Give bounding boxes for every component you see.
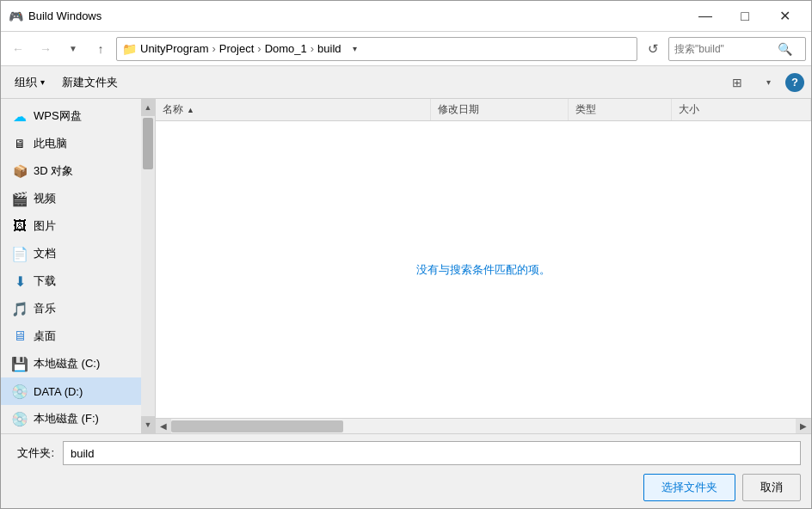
- sidebar-item-pc-label: 此电脑: [34, 136, 67, 151]
- search-box: 🔍: [668, 37, 806, 61]
- refresh-button[interactable]: ↺: [641, 37, 665, 61]
- view-dropdown-button[interactable]: ▾: [754, 71, 782, 95]
- toolbar: 组织 ▾ 新建文件夹 ⊞ ▾ ?: [1, 66, 811, 99]
- breadcrumb-sep-1: ›: [257, 42, 261, 55]
- up-button[interactable]: ↑: [89, 37, 113, 61]
- breadcrumb-dropdown-button[interactable]: ▾: [345, 38, 366, 60]
- view-button[interactable]: ⊞: [723, 71, 751, 95]
- sidebar-item-3d-label: 3D 对象: [34, 163, 73, 179]
- breadcrumb-segment-3[interactable]: build: [317, 42, 341, 55]
- col-header-type[interactable]: 类型: [569, 99, 672, 120]
- main-area: ▲ ▼ ☁ WPS网盘 🖥 此电脑 📦 3D 对象 🎬 视频: [1, 99, 811, 433]
- h-scroll-left-button[interactable]: ◀: [156, 419, 171, 434]
- download-icon: ⬇: [11, 273, 28, 290]
- title-bar: 🎮 Build Windows — □ ✕: [1, 1, 811, 32]
- empty-message: 没有与搜索条件匹配的项。: [416, 262, 551, 278]
- maximize-button[interactable]: □: [725, 3, 765, 30]
- file-list-header: 名称 ▲ 修改日期 类型 大小: [156, 99, 811, 121]
- breadcrumb-bar[interactable]: 📁 UnityProgram › Project › Domo_1 › buil…: [116, 37, 637, 61]
- doc-icon: 📄: [11, 246, 28, 262]
- folder-label: 文件夹:: [11, 445, 54, 461]
- sidebar-item-diskc[interactable]: 💾 本地磁盘 (C:): [1, 350, 155, 377]
- sidebar-item-wps-label: WPS网盘: [34, 108, 82, 124]
- back-button[interactable]: ←: [6, 37, 30, 61]
- sidebar-scroll-down[interactable]: ▼: [141, 416, 155, 433]
- diskf-icon: 💿: [11, 411, 28, 427]
- col-header-date[interactable]: 修改日期: [431, 99, 569, 120]
- sidebar-item-download-label: 下载: [34, 273, 56, 289]
- sidebar-item-doc[interactable]: 📄 文档: [1, 240, 155, 267]
- col-header-name[interactable]: 名称 ▲: [156, 99, 431, 120]
- sidebar-item-music-label: 音乐: [34, 301, 56, 316]
- app-icon: 🎮: [8, 9, 23, 24]
- search-icon-button[interactable]: 🔍: [778, 42, 792, 56]
- sidebar-item-diskf-label: 本地磁盘 (F:): [34, 411, 99, 426]
- col-type-label: 类型: [575, 102, 596, 117]
- file-list-container: 名称 ▲ 修改日期 类型 大小 没有与搜索条件匹配的项。 ◀: [156, 99, 811, 433]
- address-bar: ← → ▼ ↑ 📁 UnityProgram › Project › Domo_…: [1, 32, 811, 66]
- dropdown-button[interactable]: ▼: [61, 37, 85, 61]
- sidebar-item-wps[interactable]: ☁ WPS网盘: [1, 102, 155, 130]
- sidebar-item-diskd-label: DATA (D:): [34, 385, 83, 398]
- bottom-area: 文件夹: 选择文件夹 取消: [1, 433, 811, 508]
- col-size-label: 大小: [679, 102, 699, 117]
- folder-input[interactable]: [63, 441, 801, 465]
- wps-icon: ☁: [11, 108, 28, 125]
- pc-icon: 🖥: [11, 137, 28, 150]
- forward-button[interactable]: →: [34, 37, 58, 61]
- window-controls: — □ ✕: [686, 3, 804, 30]
- desktop-icon: 🖥: [11, 328, 28, 344]
- file-list-body: 没有与搜索条件匹配的项。: [156, 121, 811, 418]
- sidebar: ▲ ▼ ☁ WPS网盘 🖥 此电脑 📦 3D 对象 🎬 视频: [1, 99, 156, 433]
- breadcrumb-segment-0[interactable]: UnityProgram: [140, 42, 208, 55]
- select-folder-button[interactable]: 选择文件夹: [643, 474, 735, 501]
- organize-label: 组织: [15, 75, 37, 90]
- sidebar-item-3d[interactable]: 📦 3D 对象: [1, 157, 155, 185]
- button-row: 选择文件夹 取消: [11, 474, 801, 501]
- diskc-icon: 💾: [11, 356, 28, 372]
- col-name-label: 名称: [163, 102, 183, 117]
- sidebar-item-video-label: 视频: [34, 191, 56, 206]
- help-button[interactable]: ?: [785, 73, 804, 92]
- col-name-sort-icon: ▲: [187, 106, 194, 114]
- breadcrumb-segment-1[interactable]: Project: [219, 42, 254, 55]
- organize-dropdown-icon: ▾: [40, 77, 45, 87]
- sidebar-item-picture-label: 图片: [34, 218, 56, 234]
- picture-icon: 🖼: [11, 218, 28, 234]
- video-icon: 🎬: [11, 191, 28, 207]
- sidebar-scroll-up[interactable]: ▲: [141, 99, 155, 116]
- sidebar-item-diskd[interactable]: 💿 DATA (D:): [1, 377, 155, 405]
- sidebar-item-pc[interactable]: 🖥 此电脑: [1, 130, 155, 157]
- cancel-button[interactable]: 取消: [742, 474, 801, 501]
- sidebar-item-download[interactable]: ⬇ 下载: [1, 267, 155, 295]
- minimize-button[interactable]: —: [686, 3, 725, 30]
- horizontal-scrollbar: ◀ ▶: [156, 418, 811, 433]
- music-icon: 🎵: [11, 301, 28, 317]
- sidebar-item-desktop[interactable]: 🖥 桌面: [1, 322, 155, 350]
- dialog-window: 🎮 Build Windows — □ ✕ ← → ▼ ↑ 📁 UnityPro…: [0, 0, 812, 509]
- sidebar-item-doc-label: 文档: [34, 246, 56, 261]
- sidebar-item-music[interactable]: 🎵 音乐: [1, 295, 155, 322]
- sidebar-item-desktop-label: 桌面: [34, 328, 56, 344]
- sidebar-item-picture[interactable]: 🖼 图片: [1, 212, 155, 240]
- h-scroll-thumb: [171, 420, 343, 432]
- close-button[interactable]: ✕: [765, 3, 804, 30]
- window-title: Build Windows: [28, 9, 686, 22]
- 3d-icon: 📦: [11, 164, 28, 178]
- organize-button[interactable]: 组织 ▾: [8, 71, 52, 95]
- diskd-icon: 💿: [11, 383, 28, 400]
- new-folder-button[interactable]: 新建文件夹: [55, 71, 125, 95]
- breadcrumb-sep-0: ›: [212, 42, 215, 55]
- h-scroll-track[interactable]: [171, 419, 796, 434]
- search-input[interactable]: [674, 43, 778, 55]
- new-folder-label: 新建文件夹: [62, 75, 118, 90]
- sidebar-item-video[interactable]: 🎬 视频: [1, 185, 155, 212]
- h-scroll-right-button[interactable]: ▶: [796, 419, 811, 434]
- sidebar-item-diskf[interactable]: 💿 本地磁盘 (F:): [1, 405, 155, 432]
- breadcrumb-segment-2[interactable]: Domo_1: [265, 42, 307, 55]
- col-header-size[interactable]: 大小: [672, 99, 811, 120]
- col-date-label: 修改日期: [438, 102, 479, 117]
- breadcrumb-folder-icon: 📁: [122, 42, 137, 56]
- breadcrumb-sep-2: ›: [311, 42, 314, 55]
- folder-input-row: 文件夹:: [11, 441, 801, 465]
